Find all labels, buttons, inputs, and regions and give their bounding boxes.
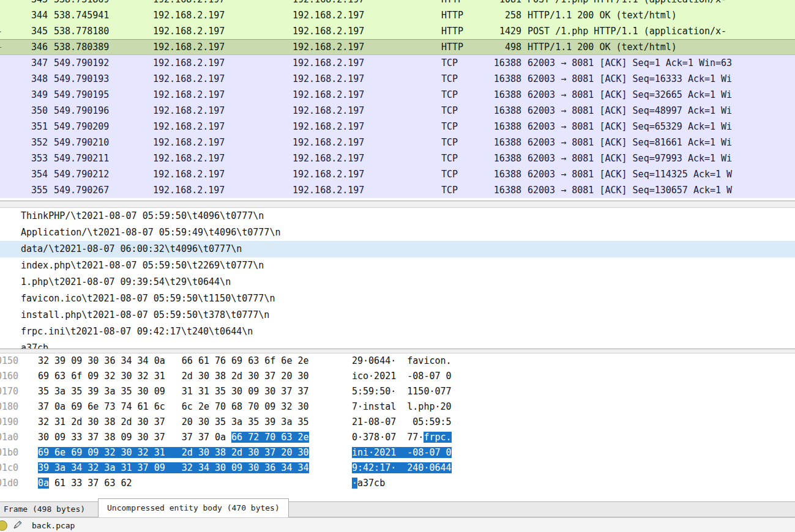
entity-body-line[interactable]: 1.php\t2021-08-07 09:39:54\t29\t0644\n — [0, 274, 795, 290]
hex-row[interactable]: 017035 3a 35 39 3a 35 30 09 31 31 35 30 … — [0, 384, 795, 399]
related-packet-marker: ► — [0, 23, 8, 39]
packet-row[interactable]: 348549.790193192.168.2.197192.168.2.197T… — [0, 71, 795, 87]
col-time: 549.790193 — [54, 71, 109, 87]
edit-capture-comment-icon[interactable] — [13, 519, 23, 532]
hex-ascii-column: 0·378·07 77·frpc. — [352, 430, 452, 445]
related-packet-marker — [0, 119, 8, 135]
hex-ascii-column: 21-08-07 05:59:5 — [352, 415, 452, 430]
col-destination: 192.168.2.197 — [293, 103, 364, 119]
hex-row[interactable]: 018037 0a 69 6e 73 74 61 6c 6c 2e 70 68 … — [0, 399, 795, 415]
related-packet-marker — [0, 150, 8, 166]
tab-uncompressed-entity-body[interactable]: Uncompressed entity body (470 bytes) — [98, 498, 289, 517]
packet-row[interactable]: –346538.780389192.168.2.197192.168.2.197… — [0, 39, 795, 55]
related-packet-marker — [0, 182, 8, 198]
col-no: 355 — [16, 182, 48, 198]
related-packet-marker — [0, 87, 8, 103]
packet-row[interactable]: 349549.790195192.168.2.197192.168.2.197T… — [0, 87, 795, 103]
col-info: 62003 → 8081 [ACK] Seq=97993 Ack=1 Wi — [528, 150, 795, 166]
entity-body-line[interactable]: data/\t2021-08-07 06:00:32\t4096\t0777\n — [0, 241, 795, 257]
col-info: 62003 → 8081 [ACK] Seq=130657 Ack=1 W — [528, 182, 795, 198]
pane-splitter-top[interactable] — [0, 201, 795, 208]
col-no: 348 — [16, 71, 48, 87]
entity-body-line[interactable]: install.php\t2021-08-07 05:59:50\t378\t0… — [0, 307, 795, 323]
capture-filename: back.pcap — [32, 521, 75, 530]
related-packet-marker — [0, 71, 8, 87]
entity-body-text-pane: ThinkPHP/\t2021-08-07 05:59:50\t4096\t07… — [0, 208, 795, 351]
packet-row[interactable]: 355549.790267192.168.2.197192.168.2.197T… — [0, 182, 795, 198]
col-source: 192.168.2.197 — [153, 87, 225, 103]
col-destination: 192.168.2.197 — [293, 135, 364, 150]
related-packet-marker — [0, 166, 8, 182]
packet-row[interactable]: ►345538.778180192.168.2.197192.168.2.197… — [0, 23, 795, 39]
packet-row[interactable]: 353549.790211192.168.2.197192.168.2.197T… — [0, 150, 795, 166]
hex-row[interactable]: 015032 39 09 30 36 34 34 0a 66 61 76 69 … — [0, 353, 795, 369]
bytes: ico·2021 -08-07 0 — [352, 371, 452, 382]
col-length: 16388 — [458, 150, 521, 166]
col-time: 538.731869 — [54, 0, 109, 7]
col-no: 352 — [16, 135, 48, 150]
col-length: 16388 — [458, 103, 521, 119]
col-time: 549.790211 — [54, 150, 109, 166]
selected-bytes: 9:42:17· 240·0644 — [352, 462, 452, 473]
hex-row[interactable]: 01a030 09 33 37 38 09 30 37 37 37 0a 66 … — [0, 430, 795, 445]
selected-bytes: 39 3a 34 32 3a 31 37 09 32 34 30 09 30 3… — [38, 462, 309, 473]
related-packet-marker — [0, 103, 8, 119]
col-destination: 192.168.2.197 — [293, 0, 364, 7]
col-length: 16388 — [458, 71, 521, 87]
hex-row[interactable]: 01c039 3a 34 32 3a 31 37 09 32 34 30 09 … — [0, 460, 795, 476]
selected-bytes: ini·2021 -08-07 0 — [352, 447, 452, 458]
hex-ascii-column: 7·instal l.php·20 — [352, 399, 452, 415]
col-no: 351 — [16, 119, 48, 135]
expert-info-icon[interactable] — [0, 520, 7, 531]
col-protocol: TCP — [441, 87, 458, 103]
partial-packet-row-clip: 343538.731869192.168.2.197192.168.2.197H… — [0, 0, 795, 7]
col-source: 192.168.2.197 — [153, 150, 225, 166]
col-protocol: TCP — [441, 150, 458, 166]
tab-frame-bytes[interactable]: Frame (498 bytes) — [0, 501, 94, 517]
hex-row[interactable]: 01b069 6e 69 09 32 30 32 31 2d 30 38 2d … — [0, 445, 795, 460]
col-length: 16388 — [458, 55, 521, 71]
col-time: 549.790267 — [54, 182, 109, 198]
entity-body-line[interactable]: frpc.ini\t2021-08-07 09:42:17\t240\t0644… — [0, 323, 795, 340]
entity-body-line[interactable]: ThinkPHP/\t2021-08-07 05:59:50\t4096\t07… — [0, 208, 795, 224]
hex-offset: 0190 — [0, 415, 18, 430]
col-length: 498 — [458, 39, 521, 55]
bytes: 30 09 33 37 38 09 30 37 37 37 0a — [38, 432, 231, 443]
entity-body-line[interactable]: index.php\t2021-08-07 05:59:50\t2269\t07… — [0, 257, 795, 274]
packet-row[interactable]: 344538.745941192.168.2.197192.168.2.197H… — [0, 7, 795, 23]
packet-row[interactable]: 354549.790212192.168.2.197192.168.2.197T… — [0, 166, 795, 182]
entity-body-line[interactable]: favicon.ico\t2021-08-07 05:59:50\t1150\t… — [0, 290, 795, 307]
hex-dump-pane: 015032 39 09 30 36 34 34 0a 66 61 76 69 … — [0, 353, 795, 493]
bytes: 37 0a 69 6e 73 74 61 6c 6c 2e 70 68 70 0… — [38, 401, 309, 412]
bytes: 7·instal l.php·20 — [352, 401, 452, 412]
packet-row[interactable]: 343538.731869192.168.2.197192.168.2.197H… — [0, 0, 795, 7]
hex-row[interactable]: 01d00a 61 33 37 63 62·a37cb — [0, 476, 795, 491]
col-info: HTTP/1.1 200 OK (text/html) — [528, 7, 795, 23]
packet-row[interactable]: 347549.790192192.168.2.197192.168.2.197T… — [0, 55, 795, 71]
col-length: 258 — [458, 7, 521, 23]
wireshark-window: { "colors": { "http_row_bg": "#e5fcca", … — [0, 0, 795, 532]
hex-row[interactable]: 019032 31 2d 30 38 2d 30 37 20 30 35 3a … — [0, 415, 795, 430]
col-length: 16388 — [458, 166, 521, 182]
entity-body-line[interactable]: Application/\t2021-08-07 05:59:49\t4096\… — [0, 224, 795, 241]
col-no: 353 — [16, 150, 48, 166]
col-time: 538.780389 — [54, 39, 109, 55]
hex-ascii-column: ini·2021 -08-07 0 — [352, 445, 452, 460]
col-length: 1081 — [458, 0, 521, 7]
hex-offset: 01d0 — [0, 476, 18, 491]
col-source: 192.168.2.197 — [153, 55, 225, 71]
related-packet-marker — [0, 7, 8, 23]
col-source: 192.168.2.197 — [153, 182, 225, 198]
col-source: 192.168.2.197 — [153, 119, 225, 135]
bytes: 5:59:50· 1150·077 — [352, 386, 452, 397]
packet-row[interactable]: 352549.790210192.168.2.197192.168.2.197T… — [0, 135, 795, 150]
col-no: 345 — [16, 23, 48, 39]
packet-row[interactable]: 350549.790196192.168.2.197192.168.2.197T… — [0, 103, 795, 119]
hex-row[interactable]: 016069 63 6f 09 32 30 32 31 2d 30 38 2d … — [0, 369, 795, 384]
col-destination: 192.168.2.197 — [293, 182, 364, 198]
col-destination: 192.168.2.197 — [293, 23, 364, 39]
packet-row[interactable]: 351549.790209192.168.2.197192.168.2.197T… — [0, 119, 795, 135]
pane-splitter-bottom[interactable] — [0, 349, 795, 353]
col-source: 192.168.2.197 — [153, 0, 225, 7]
hex-bytes-column: 37 0a 69 6e 73 74 61 6c 6c 2e 70 68 70 0… — [38, 399, 309, 415]
